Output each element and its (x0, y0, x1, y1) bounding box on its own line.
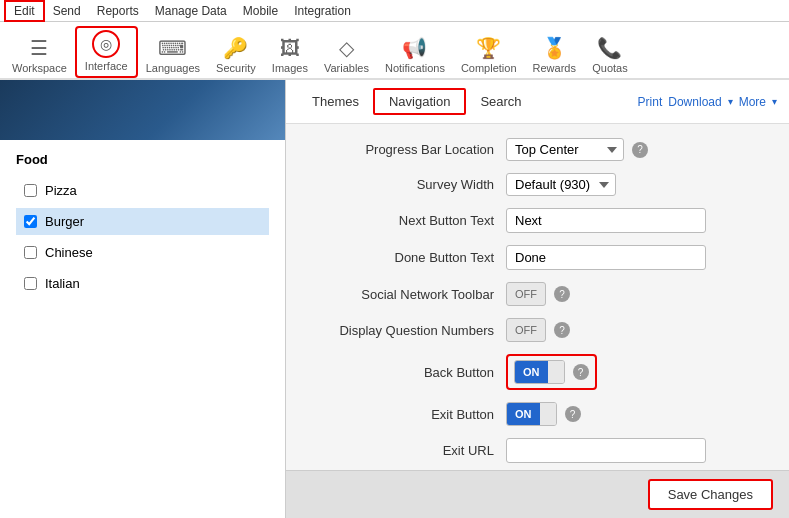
workspace-icon: ☰ (30, 36, 48, 60)
variables-icon: ◇ (339, 36, 354, 60)
survey-header (0, 80, 285, 140)
input-done-button-text[interactable] (506, 245, 706, 270)
more-chevron[interactable]: ▾ (772, 96, 777, 107)
save-changes-button[interactable]: Save Changes (648, 479, 773, 510)
survey-body: Food Pizza Burger Chinese Italian (0, 140, 285, 313)
control-question-numbers: OFF ? (506, 318, 570, 342)
help-back-button[interactable]: ? (573, 364, 589, 380)
control-done-button-text (506, 245, 706, 270)
row-progress-bar: Progress Bar Location Top Center Bottom … (306, 138, 769, 161)
toggle-on-label: ON (515, 361, 548, 383)
label-question-numbers: Display Question Numbers (306, 323, 506, 338)
input-exit-url[interactable] (506, 438, 706, 463)
survey-option-pizza[interactable]: Pizza (16, 177, 269, 204)
quotas-icon: 📞 (597, 36, 622, 60)
control-social-network: OFF ? (506, 282, 570, 306)
print-link[interactable]: Print (638, 95, 663, 109)
main-area: Food Pizza Burger Chinese Italian Themes (0, 80, 789, 518)
label-back-button: Back Button (306, 365, 506, 380)
checkbox-burger[interactable] (24, 215, 37, 228)
tab-themes[interactable]: Themes (298, 90, 373, 113)
toolbar-security[interactable]: 🔑 Security (208, 26, 264, 78)
right-panel-header: Themes Navigation Search Print Download … (286, 80, 789, 124)
right-panel: Themes Navigation Search Print Download … (286, 80, 789, 518)
label-done-button-text: Done Button Text (306, 250, 506, 265)
toggle-exit-spacer (540, 403, 556, 425)
form-area: Progress Bar Location Top Center Bottom … (286, 124, 789, 470)
images-icon: 🖼 (280, 37, 300, 60)
toolbar-workspace[interactable]: ☰ Workspace (4, 26, 75, 78)
menu-bar: Edit Send Reports Manage Data Mobile Int… (0, 0, 789, 22)
select-survey-width[interactable]: Default (930) 600 800 1024 (506, 173, 616, 196)
control-exit-url (506, 438, 706, 463)
control-back-button: ON ? (506, 354, 597, 390)
survey-question: Food (16, 152, 269, 167)
download-chevron[interactable]: ▾ (728, 96, 733, 107)
languages-icon: ⌨ (158, 36, 187, 60)
survey-option-chinese[interactable]: Chinese (16, 239, 269, 266)
completion-icon: 🏆 (476, 36, 501, 60)
row-question-numbers: Display Question Numbers OFF ? (306, 318, 769, 342)
control-progress-bar: Top Center Bottom Center Hidden ? (506, 138, 648, 161)
toggle-back-button[interactable]: ON (514, 360, 565, 384)
row-survey-width: Survey Width Default (930) 600 800 1024 (306, 173, 769, 196)
row-done-button-text: Done Button Text (306, 245, 769, 270)
toggle-exit-on: ON (507, 403, 540, 425)
control-exit-button: ON ? (506, 402, 581, 426)
help-progress-bar[interactable]: ? (632, 142, 648, 158)
tab-navigation[interactable]: Navigation (373, 88, 466, 115)
label-next-button-text: Next Button Text (306, 213, 506, 228)
menu-manage-data[interactable]: Manage Data (147, 2, 235, 20)
label-progress-bar: Progress Bar Location (306, 142, 506, 157)
toolbar-images[interactable]: 🖼 Images (264, 26, 316, 78)
notifications-icon: 📢 (402, 36, 427, 60)
menu-send[interactable]: Send (45, 2, 89, 20)
rewards-icon: 🏅 (542, 36, 567, 60)
download-link[interactable]: Download (668, 95, 721, 109)
row-next-button-text: Next Button Text (306, 208, 769, 233)
toolbar-notifications[interactable]: 📢 Notifications (377, 26, 453, 78)
label-exit-button: Exit Button (306, 407, 506, 422)
row-exit-button: Exit Button ON ? (306, 402, 769, 426)
toolbar-languages[interactable]: ⌨ Languages (138, 26, 208, 78)
more-link[interactable]: More (739, 95, 766, 109)
label-survey-width: Survey Width (306, 177, 506, 192)
panel-actions: Print Download ▾ More ▾ (638, 95, 777, 109)
menu-reports[interactable]: Reports (89, 2, 147, 20)
security-icon: 🔑 (223, 36, 248, 60)
toolbar-rewards[interactable]: 🏅 Rewards (525, 26, 584, 78)
toggle-off-spacer (548, 361, 564, 383)
select-progress-bar[interactable]: Top Center Bottom Center Hidden (506, 138, 624, 161)
label-social-network: Social Network Toolbar (306, 287, 506, 302)
menu-integration[interactable]: Integration (286, 2, 359, 20)
row-back-button: Back Button ON ? (306, 354, 769, 390)
toggle-social-network[interactable]: OFF (506, 282, 546, 306)
menu-edit[interactable]: Edit (4, 0, 45, 22)
back-button-highlight: ON ? (506, 354, 597, 390)
help-exit-button[interactable]: ? (565, 406, 581, 422)
survey-option-italian[interactable]: Italian (16, 270, 269, 297)
row-social-network: Social Network Toolbar OFF ? (306, 282, 769, 306)
survey-option-burger[interactable]: Burger (16, 208, 269, 235)
footer-bar: Save Changes (286, 470, 789, 518)
label-exit-url: Exit URL (306, 443, 506, 458)
toolbar: ☰ Workspace ◎ Interface ⌨ Languages 🔑 Se… (0, 22, 789, 80)
checkbox-italian[interactable] (24, 277, 37, 290)
toolbar-completion[interactable]: 🏆 Completion (453, 26, 525, 78)
toggle-exit-button[interactable]: ON (506, 402, 557, 426)
control-survey-width: Default (930) 600 800 1024 (506, 173, 616, 196)
toggle-question-numbers[interactable]: OFF (506, 318, 546, 342)
help-social-network[interactable]: ? (554, 286, 570, 302)
tab-search[interactable]: Search (466, 90, 535, 113)
toolbar-interface[interactable]: ◎ Interface (75, 26, 138, 78)
menu-mobile[interactable]: Mobile (235, 2, 286, 20)
control-next-button-text (506, 208, 706, 233)
checkbox-pizza[interactable] (24, 184, 37, 197)
toolbar-variables[interactable]: ◇ Variables (316, 26, 377, 78)
toolbar-quotas[interactable]: 📞 Quotas (584, 26, 636, 78)
input-next-button-text[interactable] (506, 208, 706, 233)
row-exit-url: Exit URL (306, 438, 769, 463)
checkbox-chinese[interactable] (24, 246, 37, 259)
interface-icon: ◎ (92, 30, 120, 58)
help-question-numbers[interactable]: ? (554, 322, 570, 338)
